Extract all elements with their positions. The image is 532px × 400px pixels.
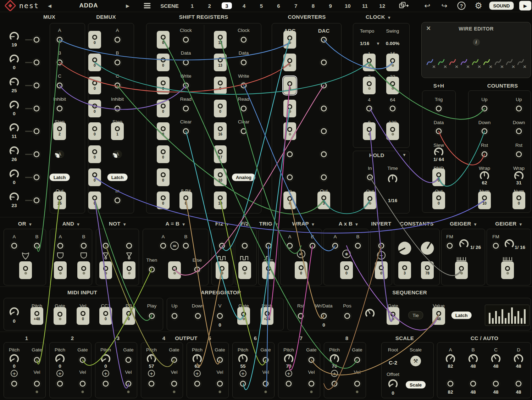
scale-edit-knob[interactable]: ⚒	[410, 356, 421, 366]
geiger2-out-port[interactable]	[501, 261, 514, 279]
wire-color-swatch-3[interactable]: ×	[449, 57, 456, 67]
clock-div-2-port[interactable]	[363, 77, 376, 94]
sound-button[interactable]: SOUND	[489, 2, 514, 10]
hold-out-port[interactable]	[364, 191, 376, 209]
mux-input-8-knob[interactable]	[8, 191, 21, 204]
port-jack[interactable]	[127, 266, 132, 271]
port-jack[interactable]	[103, 266, 108, 271]
midi-vel-port[interactable]: 0	[77, 307, 89, 325]
port-jack[interactable]	[161, 57, 166, 62]
shift2-cell-4-port[interactable]: 0	[214, 100, 227, 117]
delete-wire-icon[interactable]: ×	[466, 64, 470, 69]
demux-a-port[interactable]	[115, 37, 121, 43]
shift1-mode-port[interactable]: 0	[179, 191, 192, 209]
mux-input-4-port[interactable]	[34, 106, 40, 112]
seq-pos-port[interactable]	[344, 313, 350, 319]
clock-div-64-port[interactable]	[390, 106, 396, 112]
or-b-port[interactable]	[34, 243, 40, 249]
adc-bit-2-port[interactable]	[283, 54, 296, 71]
geiger1-fm-port[interactable]	[447, 243, 453, 249]
delete-wire-icon[interactable]: ×	[489, 64, 493, 69]
demux-output-5-port[interactable]: 0	[88, 122, 101, 140]
clock-div-8-port[interactable]	[363, 122, 376, 140]
mux-b-port[interactable]	[57, 60, 63, 66]
scale-button[interactable]: Scale	[406, 381, 426, 389]
f2a-out-port[interactable]	[216, 261, 228, 279]
out2-pitch-out-port[interactable]	[57, 381, 63, 387]
scene-10-button[interactable]: 10	[341, 2, 354, 9]
port-jack[interactable]	[287, 127, 292, 132]
port-jack[interactable]	[58, 266, 63, 271]
shift2-analog-button[interactable]: Analog	[232, 174, 255, 181]
f2a-title[interactable]: F/2▼	[215, 221, 229, 227]
shift2-cell-1-port[interactable]: 12	[214, 31, 227, 49]
mux-input-1-port[interactable]	[34, 37, 40, 43]
dac-bit-3-port[interactable]	[321, 83, 327, 89]
mux-a-port[interactable]	[57, 37, 63, 43]
demux-output-2-port[interactable]: 0	[88, 54, 101, 71]
scale-offset-knob[interactable]	[387, 378, 399, 390]
and-b-port[interactable]	[81, 243, 87, 249]
wire-color-swatch-5[interactable]: ×	[471, 57, 479, 67]
shift2-write-port[interactable]	[241, 83, 247, 89]
and-out-1-port[interactable]	[54, 261, 67, 279]
port-jack[interactable]	[218, 149, 223, 154]
mux-step-port[interactable]: 2	[53, 122, 66, 140]
constant-2-out-port[interactable]: 78	[421, 261, 434, 279]
adc-bit-7-port[interactable]	[287, 174, 293, 180]
f2b-in-port[interactable]	[242, 243, 248, 249]
trig-in-port[interactable]	[266, 243, 272, 249]
midi-pitch-port[interactable]: +48	[31, 307, 43, 325]
invert-in-port[interactable]	[378, 243, 384, 249]
delete-wire-icon[interactable]: ×	[477, 64, 481, 69]
scene-7-button[interactable]: 7	[291, 2, 301, 9]
aeqb-out-port[interactable]	[168, 261, 181, 279]
port-jack[interactable]	[92, 104, 97, 109]
geiger2-title[interactable]: GEIGER▼	[495, 221, 522, 227]
port-jack[interactable]	[218, 57, 223, 62]
port-jack[interactable]	[161, 195, 166, 200]
geiger2-fm-port[interactable]	[493, 243, 499, 249]
clock-div-32-port[interactable]	[386, 77, 399, 94]
midi-gate-port[interactable]	[54, 307, 66, 325]
mux-input-2-port[interactable]	[34, 60, 40, 66]
wrap-title[interactable]: WRAP▼	[292, 221, 314, 227]
scene-1-button[interactable]: 1	[187, 2, 197, 9]
invert-out-port[interactable]: 0	[375, 261, 388, 279]
port-jack[interactable]	[218, 172, 223, 177]
axb-out-port[interactable]: 0	[340, 261, 353, 279]
midi-cc1-port[interactable]: 0	[99, 307, 112, 325]
shift1-read-port[interactable]	[183, 106, 189, 112]
wire-color-swatch-8[interactable]: ×	[505, 57, 513, 67]
dac-bit-7-port[interactable]	[321, 174, 327, 180]
port-jack[interactable]	[367, 196, 372, 201]
mux-input-3-knob[interactable]	[8, 76, 21, 89]
out5-pitch-out-port[interactable]	[194, 381, 200, 387]
shift2-cell-8-port[interactable]: 10	[214, 191, 227, 209]
delete-wire-icon[interactable]: ×	[500, 64, 504, 69]
shift1-write-port[interactable]	[183, 83, 189, 89]
port-jack[interactable]	[161, 126, 166, 131]
port-jack[interactable]	[218, 35, 223, 40]
mux-input-5-knob[interactable]	[8, 122, 21, 134]
arp-up-port[interactable]	[172, 313, 178, 319]
shift1-cell-5-port[interactable]: 0	[157, 122, 170, 140]
patch-name[interactable]: ADDA	[79, 2, 98, 9]
counter-1-rst-port[interactable]	[482, 151, 488, 157]
shift2-cell-6-port[interactable]: 17	[214, 145, 227, 163]
arp-down-port[interactable]	[195, 313, 201, 319]
out5-vel-port[interactable]	[217, 381, 223, 387]
dac-bit-4-port[interactable]	[321, 106, 327, 112]
port-jack[interactable]	[220, 266, 225, 271]
port-jack[interactable]	[103, 311, 108, 316]
tempo-value[interactable]: 1/16	[360, 41, 369, 46]
or-a-port[interactable]	[11, 243, 17, 249]
out4-octave-stepper[interactable]: +	[148, 370, 155, 377]
seq-wrdata-port[interactable]	[321, 313, 327, 319]
port-jack[interactable]	[299, 265, 304, 270]
demux-output-1-port[interactable]: 0	[88, 31, 101, 49]
out7-gate-port[interactable]	[309, 357, 315, 363]
shift1-cell-4-port[interactable]: 0	[157, 100, 170, 117]
trig-out-port[interactable]	[262, 261, 275, 279]
constant-2-knob[interactable]	[419, 240, 436, 256]
